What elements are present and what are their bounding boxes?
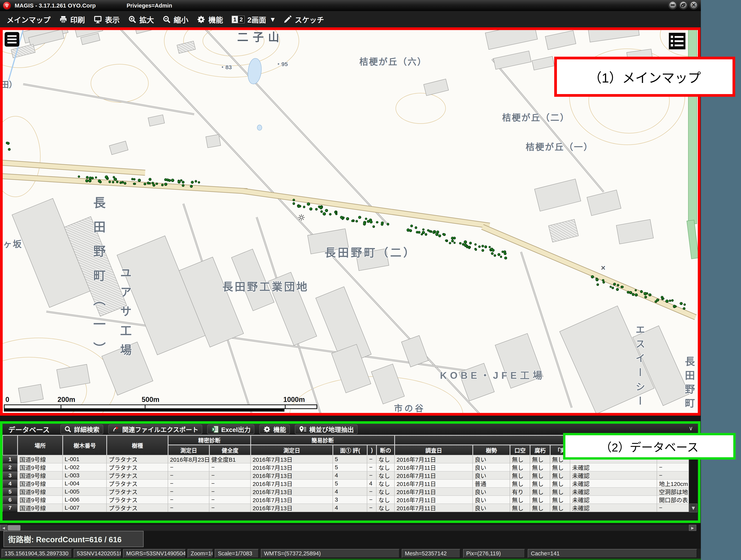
table-cell[interactable]: 良い	[473, 472, 510, 480]
table-cell[interactable]: 2016年7月13日	[251, 488, 333, 496]
table-cell[interactable]: 健全度B1	[209, 455, 251, 463]
table-cell[interactable]: 良い	[473, 488, 510, 496]
table-cell[interactable]: なし	[377, 472, 395, 480]
tree-point[interactable]	[195, 180, 197, 182]
tree-point[interactable]	[671, 299, 674, 302]
tree-point[interactable]	[376, 221, 379, 224]
table-cell[interactable]: 無し	[510, 455, 530, 463]
tree-point[interactable]	[351, 220, 353, 222]
column-header[interactable]: 調査日	[395, 445, 473, 455]
row-number[interactable]: 1	[2, 455, 17, 463]
restore-button[interactable]	[679, 1, 687, 9]
tree-point[interactable]	[369, 221, 373, 223]
tree-point[interactable]	[346, 217, 349, 220]
table-cell[interactable]: −	[168, 488, 209, 496]
table-cell[interactable]: 未確認	[570, 504, 657, 512]
table-cell[interactable]: −	[367, 463, 377, 472]
menu-functions[interactable]: 機能	[197, 14, 223, 25]
tree-point[interactable]	[449, 242, 451, 244]
table-cell[interactable]: −	[209, 496, 251, 504]
table-cell[interactable]: 無し	[530, 455, 550, 463]
tree-point[interactable]	[86, 176, 88, 179]
tree-point[interactable]	[144, 183, 146, 185]
table-cell[interactable]: 国道9号線	[17, 480, 63, 488]
row-number[interactable]: 2	[2, 463, 17, 472]
tree-point[interactable]	[363, 223, 366, 225]
table-cell[interactable]: 2016年7月11日	[395, 488, 473, 496]
tree-point[interactable]	[474, 243, 477, 246]
table-cell[interactable]: L-002	[63, 463, 107, 472]
column-header[interactable]: 測定日	[251, 445, 333, 455]
table-cell[interactable]: −	[168, 480, 209, 488]
tree-point[interactable]	[451, 240, 454, 242]
tree-point[interactable]	[453, 237, 456, 239]
table-cell[interactable]: −	[209, 472, 251, 480]
table-cell[interactable]: 良い	[473, 504, 510, 512]
tree-point[interactable]	[171, 179, 174, 182]
tree-point[interactable]	[358, 216, 361, 219]
tree-point[interactable]	[387, 223, 389, 225]
tree-point[interactable]	[299, 205, 301, 208]
table-cell[interactable]: L-007	[63, 504, 107, 512]
row-number[interactable]: 4	[2, 480, 17, 488]
tree-point[interactable]	[309, 208, 313, 211]
tree-point[interactable]	[307, 203, 310, 206]
tree-point[interactable]	[91, 177, 93, 179]
table-cell[interactable]: なし	[377, 496, 395, 504]
column-header[interactable]	[2, 435, 17, 455]
table-cell[interactable]: 無し	[550, 488, 570, 496]
tree-point[interactable]	[484, 245, 487, 248]
menu-zoom-in[interactable]: 拡大	[128, 14, 154, 25]
table-cell[interactable]: なし	[377, 455, 395, 463]
table-cell[interactable]: 5	[333, 455, 367, 463]
table-cell[interactable]: 無し	[550, 480, 570, 488]
table-cell[interactable]: プラタナス	[107, 472, 168, 480]
tree-point[interactable]	[78, 175, 80, 178]
tree-point[interactable]	[640, 290, 643, 293]
tree-point[interactable]	[665, 300, 669, 303]
table-cell[interactable]: L-003	[63, 472, 107, 480]
tree-point[interactable]	[373, 225, 375, 228]
table-cell[interactable]: 無し	[530, 496, 550, 504]
tree-point[interactable]	[342, 218, 344, 220]
column-header[interactable]: 面① 評(	[333, 445, 367, 455]
tree-point[interactable]	[475, 248, 477, 251]
tree-point[interactable]	[602, 281, 605, 284]
tree-point[interactable]	[124, 182, 126, 185]
scroll-down-button[interactable]: ▼	[689, 503, 697, 512]
tree-point[interactable]	[365, 218, 367, 220]
tree-point[interactable]	[367, 220, 370, 223]
table-cell[interactable]: 開口部の表	[657, 496, 689, 504]
row-number[interactable]: 3	[2, 472, 17, 480]
table-cell[interactable]: 普通	[473, 480, 510, 488]
tree-point[interactable]	[325, 209, 328, 212]
table-cell[interactable]: −	[168, 463, 209, 472]
tree-point[interactable]	[611, 287, 614, 289]
column-header[interactable]: 口空	[510, 445, 530, 455]
tree-point[interactable]	[425, 233, 427, 236]
excel-output-button[interactable]: Excel出力	[207, 424, 254, 434]
menu-two-screen[interactable]: 12 2画面 ▼	[231, 14, 275, 25]
tree-point[interactable]	[616, 288, 619, 291]
column-header[interactable]: )	[367, 445, 377, 455]
tree-point[interactable]	[149, 178, 151, 181]
table-cell[interactable]: 2016年8月23日	[168, 455, 209, 463]
table-cell[interactable]: −	[209, 504, 251, 512]
close-button[interactable]: ✕	[690, 1, 698, 9]
tree-point[interactable]	[88, 179, 92, 182]
table-cell[interactable]: プラタナス	[107, 480, 168, 488]
tree-point[interactable]	[138, 179, 141, 182]
tree-point[interactable]	[443, 233, 446, 236]
tree-point[interactable]	[409, 229, 412, 232]
row-number[interactable]: 6	[2, 496, 17, 504]
table-cell[interactable]: 良い	[473, 455, 510, 463]
table-cell[interactable]: 無し	[550, 504, 570, 512]
table-cell[interactable]: −	[168, 496, 209, 504]
tree-point[interactable]	[680, 302, 683, 305]
table-cell[interactable]: 無し	[530, 472, 550, 480]
table-cell[interactable]: 無し	[510, 480, 530, 488]
geo-extract-button[interactable]: 横並び地理抽出	[295, 424, 357, 434]
detail-search-button[interactable]: 詳細検索	[60, 424, 103, 434]
table-cell[interactable]: 2016年7月11日	[395, 463, 473, 472]
tree-point[interactable]	[491, 252, 494, 255]
